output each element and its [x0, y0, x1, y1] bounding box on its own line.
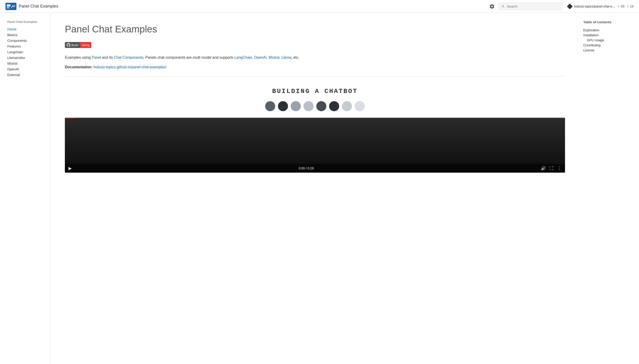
stars-count: ☆ 65: [617, 4, 624, 8]
doc-url-link[interactable]: holoviz-topics.github.io/panel-chat-exam…: [94, 65, 166, 69]
badge-github-section: Build: [65, 42, 80, 48]
video-display: [65, 118, 565, 164]
video-icon-group: 🔊 ⛶ ⋮: [541, 166, 561, 171]
search-bar[interactable]: [498, 3, 562, 10]
forks-count: ⑂ 19: [627, 4, 634, 8]
toc-item-exploration[interactable]: Exploration: [583, 28, 632, 33]
toc-item-license[interactable]: License: [583, 48, 632, 53]
volume-button[interactable]: 🔊: [541, 166, 546, 171]
dot-4: [316, 101, 326, 111]
dot-5: [329, 101, 339, 111]
sidebar-item-external[interactable]: External: [7, 72, 46, 78]
fullscreen-button[interactable]: ⛶: [550, 166, 554, 171]
langchain-link[interactable]: LangChain: [234, 56, 252, 59]
toc-item-gpu-usage[interactable]: GPU Usage: [583, 38, 632, 43]
dots-row: [65, 101, 565, 111]
sidebar-section-title: Panel Chat Examples: [7, 20, 46, 24]
svg-rect-0: [7, 4, 10, 6]
left-sidebar: Panel Chat Examples Home Basics Componen…: [0, 13, 50, 364]
sidebar-item-langchain[interactable]: Langchain: [7, 49, 46, 55]
video-controls: ▶ 0:00 / 0:26 🔊 ⛶ ⋮: [65, 164, 565, 173]
divider: [65, 76, 565, 77]
dot-1: [278, 101, 288, 111]
toc-items: ExplorationInstallationGPU UsageContribu…: [583, 28, 632, 53]
badge-status: failing: [80, 42, 91, 48]
dot-3: [304, 101, 314, 111]
video-play-button[interactable]: ▶: [68, 166, 72, 171]
doc-label: Documentation: [65, 65, 91, 69]
dot-6: [342, 101, 352, 111]
svg-rect-1: [7, 7, 9, 8]
build-badge: Build failing: [65, 42, 91, 48]
fork-icon: ⑂: [627, 4, 629, 8]
video-player: ▶ 0:00 / 0:26 🔊 ⛶ ⋮: [65, 118, 565, 173]
toc-item-installation[interactable]: Installation: [583, 33, 632, 38]
openai-link[interactable]: OpenAI: [254, 56, 266, 59]
video-section: BUILDING A CHATBOT ▶ 0:00 / 0:26 🔊 ⛶ ⋮: [65, 88, 565, 173]
llama-link[interactable]: Llama: [281, 56, 292, 59]
toc-sidebar: Table of contents ExplorationInstallatio…: [580, 13, 639, 364]
video-title: BUILDING A CHATBOT: [65, 88, 565, 95]
sidebar-item-llamaindex[interactable]: LlamaIndex: [7, 55, 46, 60]
repo-stats: ☆ 65 ⑂ 19: [617, 4, 634, 8]
doc-line: Documentation: holoviz-topics.github.io/…: [65, 65, 565, 69]
sidebar-item-basics[interactable]: Basics: [7, 32, 46, 38]
settings-icon[interactable]: [487, 2, 496, 11]
repo-info: holoviz-topics/panel-chat-e... ☆ 65 ⑂ 19: [568, 4, 634, 8]
dot-2: [291, 101, 301, 111]
sidebar-item-home[interactable]: Home: [7, 26, 46, 32]
sidebar-item-components[interactable]: Components: [7, 38, 46, 44]
site-title: Panel Chat Examples: [19, 4, 58, 9]
search-icon: [501, 4, 505, 8]
chat-components-link[interactable]: Chat Components: [114, 56, 143, 59]
video-time: 0:00 / 0:26: [74, 166, 538, 170]
mistral-link[interactable]: Mistral: [268, 56, 279, 59]
github-icon: [67, 43, 70, 47]
dot-0: [265, 101, 275, 111]
dot-7: [355, 101, 365, 111]
sidebar-item-openai[interactable]: OpenAI: [7, 66, 46, 72]
description-text: Examples using Panel and its Chat Compon…: [65, 54, 565, 60]
page-layout: Panel Chat Examples Home Basics Componen…: [0, 13, 639, 364]
sidebar-item-mistral[interactable]: Mistral: [7, 60, 46, 66]
page-title: Panel Chat Examples: [65, 24, 565, 35]
repo-diamond-icon: [567, 4, 572, 9]
search-input[interactable]: [507, 4, 559, 8]
more-options-button[interactable]: ⋮: [557, 166, 561, 171]
sidebar-item-features[interactable]: Features: [7, 44, 46, 49]
panel-link[interactable]: Panel: [92, 56, 101, 59]
header: Panel Chat Examples holoviz-topics/panel…: [0, 0, 639, 13]
logo-area: Panel Chat Examples: [6, 3, 58, 10]
logo-icon: [6, 3, 16, 10]
toc-item-contributing[interactable]: Contributing: [583, 43, 632, 48]
toc-title: Table of contents: [583, 20, 632, 24]
star-icon: ☆: [617, 4, 620, 8]
repo-name: holoviz-topics/panel-chat-e...: [574, 4, 615, 8]
badge-build-label: Build: [72, 44, 78, 47]
main-content: Panel Chat Examples Build failing Exampl…: [50, 13, 580, 364]
